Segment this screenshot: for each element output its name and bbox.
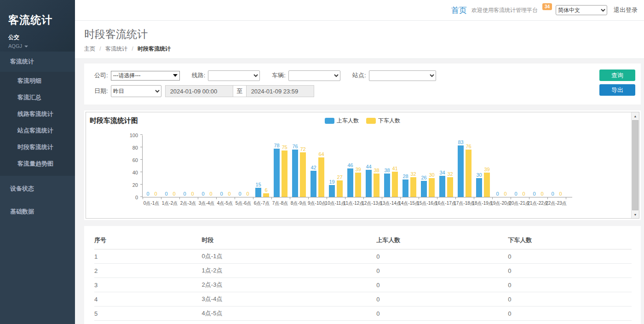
breadcrumb-home[interactable]: 主页: [84, 46, 95, 52]
bar-value-label: 27: [337, 174, 342, 180]
bar-wrap: 0: [226, 191, 233, 197]
bar: [476, 178, 482, 197]
bar: [421, 181, 427, 197]
scrollbar-down-icon[interactable]: ▼: [632, 211, 639, 218]
bar-wrap: 0: [531, 191, 538, 197]
sidebar-subitem-5[interactable]: 客流量趋势图: [0, 156, 75, 172]
x-axis-label: 9点-10点: [308, 200, 326, 206]
language-select[interactable]: 简体中文: [556, 5, 607, 15]
sidebar-subitem-2[interactable]: 线路客流统计: [0, 106, 75, 122]
bar: [374, 174, 380, 197]
company-label: 公司:: [94, 71, 108, 80]
bar-group: 2630: [419, 172, 437, 197]
content: 公司: ---请选择--- 线路: 车辆: 站点: 日期:: [75, 59, 644, 324]
vehicle-select[interactable]: [288, 70, 340, 81]
bar-wrap: 0: [557, 191, 564, 197]
bar-wrap: 38: [373, 168, 380, 197]
line-select[interactable]: [208, 70, 260, 81]
sidebar-item-base-data[interactable]: 基础数据: [0, 202, 75, 222]
sidebar-item-device-status[interactable]: 设备状态: [0, 179, 75, 199]
chart-scrollbar[interactable]: ▲ ▼: [631, 112, 639, 218]
table-cell: 5点-6点: [202, 321, 377, 324]
legend-item[interactable]: 上车人数: [325, 117, 359, 125]
table-cell: 0: [376, 321, 508, 324]
x-axis-label: 14点-15点: [400, 200, 418, 206]
x-axis-label: 16点-17点: [437, 200, 455, 206]
bar: [429, 178, 435, 197]
sidebar-subitem-3[interactable]: 站点客流统计: [0, 122, 75, 139]
bar-group: 4639: [345, 162, 363, 197]
table-cell: 4点-5点: [202, 307, 377, 321]
chart-area: 020406080100 000000000000156787576724264…: [90, 135, 639, 198]
x-axis-label: 19点-20点: [492, 200, 510, 206]
x-tick: [179, 197, 180, 199]
x-tick: [511, 197, 511, 199]
bar-wrap: 39: [483, 167, 490, 197]
bar-value-label: 26: [421, 175, 426, 180]
bar-wrap: 0: [494, 191, 501, 197]
breadcrumb-passenger-stats[interactable]: 客流统计: [105, 46, 127, 52]
sidebar-subitem-0[interactable]: 客流明细: [0, 73, 75, 89]
bar-wrap: 64: [318, 151, 325, 197]
bar-value-label: 0: [238, 191, 241, 197]
legend-item[interactable]: 下车人数: [366, 117, 400, 125]
bar-group: 00: [235, 191, 253, 197]
bar: [300, 152, 306, 197]
bar-value-label: 30: [429, 172, 434, 178]
date-start-input[interactable]: [165, 85, 233, 97]
bar-group: 00: [511, 191, 529, 197]
bar: [384, 174, 390, 197]
bar-value-label: 34: [439, 170, 445, 175]
topbar: 首页 欢迎使用客流统计管理平台 34 简体中文 退出登录: [75, 0, 644, 21]
date-preset-select[interactable]: 昨日: [111, 85, 161, 97]
export-button[interactable]: 导出: [599, 84, 635, 96]
bar-wrap: 39: [355, 167, 362, 197]
account-name: AQGJ: [8, 43, 22, 49]
y-tick: [140, 147, 143, 147]
scrollbar-thumb[interactable]: [632, 120, 638, 210]
bar-wrap: 0: [502, 191, 509, 197]
bar-wrap: 38: [384, 168, 391, 197]
date-end-input[interactable]: [246, 85, 314, 97]
table-header-cell: 序号: [94, 232, 202, 249]
sidebar: 客流统计 公交 AQGJ 客流统计 客流明细客流汇总线路客流统计站点客流统计时段…: [0, 0, 75, 324]
logout-link[interactable]: 退出登录: [614, 6, 638, 14]
bar: [355, 173, 361, 197]
table-cell: 1: [94, 249, 202, 264]
bar-wrap: 0: [171, 191, 178, 197]
scrollbar-up-icon[interactable]: ▲: [632, 112, 639, 120]
table-cell: 0: [508, 292, 632, 307]
bar-wrap: 27: [336, 174, 343, 197]
sidebar-item-passenger-stats[interactable]: 客流统计: [0, 52, 75, 72]
y-axis: 020406080100: [90, 135, 142, 198]
bar-wrap: 26: [420, 175, 427, 197]
sidebar-subitem-4[interactable]: 时段客流统计: [0, 139, 75, 156]
table-cell: 0: [508, 307, 632, 321]
chart-panel: 时段车流统计图 上车人数下车人数 020406080100 0000000000…: [84, 110, 641, 220]
y-tick-label: 100: [130, 133, 138, 138]
query-button[interactable]: 查询: [599, 69, 635, 81]
table-row: 43点-4点00: [94, 292, 632, 307]
y-tick-label: 40: [132, 170, 138, 175]
date-label: 日期:: [94, 87, 108, 95]
account-dropdown[interactable]: AQGJ: [8, 43, 67, 49]
y-tick: [140, 197, 143, 197]
bar-value-label: 41: [392, 166, 397, 171]
bar-group: 8376: [455, 139, 474, 197]
bar-group: 4264: [308, 151, 327, 197]
home-link[interactable]: 首页: [451, 5, 467, 16]
company-select[interactable]: ---请选择---: [111, 71, 180, 81]
table-header-row: 序号时段上车人数下车人数: [94, 232, 632, 249]
table-row: 21点-2点00: [94, 264, 632, 278]
bar: [402, 179, 408, 197]
bar-group: 00: [143, 191, 161, 197]
bar: [366, 170, 372, 197]
station-select[interactable]: [369, 70, 436, 81]
x-tick: [271, 197, 272, 199]
bar-wrap: 15: [255, 182, 262, 197]
vehicle-label: 车辆:: [272, 71, 286, 80]
bar: [292, 150, 298, 197]
sidebar-subitem-1[interactable]: 客流汇总: [0, 89, 75, 106]
table-cell: 4: [94, 292, 202, 307]
table-cell: 1点-2点: [202, 264, 377, 278]
